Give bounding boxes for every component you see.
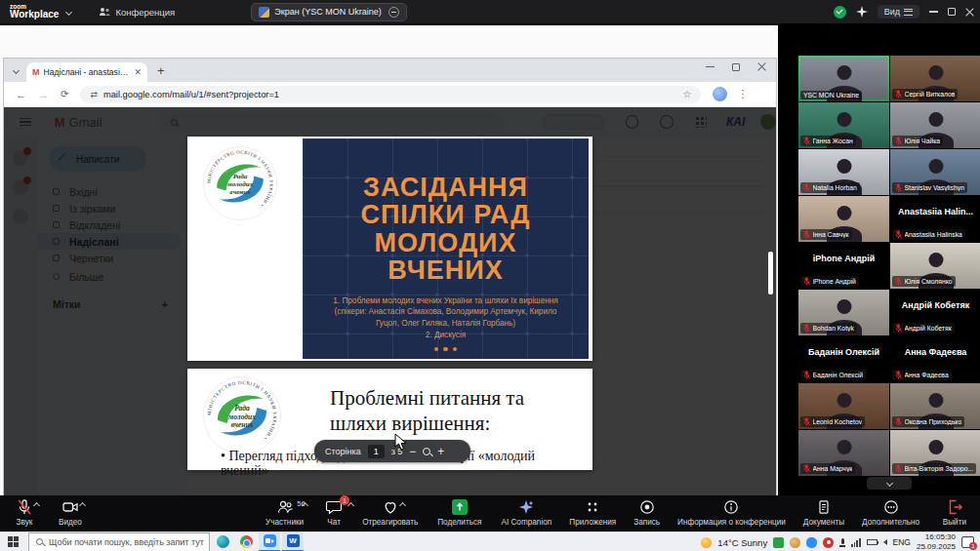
audio-options-icon[interactable] bbox=[33, 502, 40, 509]
toolbar-chat-button[interactable]: 1 Чат bbox=[319, 498, 348, 527]
participant-tile[interactable]: Віта-Вікторія Задоро... bbox=[890, 430, 980, 476]
chat-options-icon[interactable] bbox=[347, 502, 354, 509]
camera-icon bbox=[61, 498, 79, 516]
new-tab-button[interactable]: + bbox=[157, 63, 165, 78]
tray-app-icon[interactable] bbox=[773, 537, 784, 548]
security-shield-icon[interactable] bbox=[834, 6, 846, 19]
taskbar-chrome-icon[interactable] bbox=[235, 532, 257, 551]
participant-tile[interactable]: Анна ФадеєваАнна Фадеєва bbox=[890, 336, 980, 382]
tab-meeting-label: Конференция bbox=[115, 7, 175, 18]
tray-mic-icon[interactable] bbox=[839, 538, 845, 547]
participant-name-tag: Анна Фадеєва bbox=[892, 370, 952, 380]
toolbar-more-button[interactable]: Дополнительно bbox=[856, 498, 925, 527]
participant-tile[interactable]: YSC MON Ukraine bbox=[798, 56, 889, 101]
weather-sun-icon[interactable] bbox=[701, 537, 712, 548]
participant-tile[interactable]: Юлія Смолянко bbox=[890, 243, 980, 289]
taskbar-word-icon[interactable]: W bbox=[282, 532, 304, 551]
tab-search-icon[interactable] bbox=[13, 66, 20, 73]
taskbar-edge-icon[interactable] bbox=[212, 532, 233, 551]
participant-tile[interactable]: Ганна Жосан bbox=[798, 102, 889, 148]
url-bar[interactable]: ⇄ mail.google.com/mail/u/1/#sent?project… bbox=[80, 86, 701, 103]
speaker-icon[interactable] bbox=[883, 539, 887, 545]
toolbar-apps-button[interactable]: Приложения bbox=[563, 498, 622, 527]
participant-tile[interactable]: Bohdan Kotyk bbox=[798, 290, 889, 335]
participant-tile[interactable]: Анна Марчук bbox=[798, 430, 889, 476]
participant-tile[interactable]: iPhone АндрійiPhone Андрій bbox=[798, 243, 889, 289]
site-info-icon[interactable]: ⇄ bbox=[90, 90, 98, 99]
participant-tile[interactable]: Natalia Horban bbox=[798, 149, 889, 195]
participant-name-tag: Сергій Виткалов bbox=[892, 89, 958, 99]
tab-meeting[interactable]: Конференция bbox=[99, 7, 175, 18]
leave-meeting-icon bbox=[947, 499, 962, 515]
toolbar-share-button[interactable]: Поделиться bbox=[431, 498, 487, 527]
network-icon[interactable] bbox=[851, 538, 860, 547]
minimize-share-icon[interactable] bbox=[388, 7, 399, 18]
browser-minimize-button[interactable] bbox=[706, 66, 715, 68]
tray-zoom-icon[interactable] bbox=[806, 537, 817, 548]
language-indicator[interactable]: ENG bbox=[893, 537, 911, 547]
participant-tile[interactable]: Stanislav Vasylishyn bbox=[890, 149, 980, 195]
browser-maximize-button[interactable] bbox=[732, 63, 740, 71]
zoom-out-button[interactable]: − bbox=[409, 446, 416, 457]
apps-icon bbox=[585, 499, 600, 515]
taskbar-search-input[interactable]: Щоби почати пошук, введіть запит тут bbox=[28, 532, 210, 551]
toolbar-participants-button[interactable]: 56 Участники bbox=[260, 498, 309, 527]
react-options-icon[interactable] bbox=[399, 502, 406, 509]
taskbar-clock[interactable]: 16:05:30 25.09.2025 bbox=[917, 532, 956, 551]
participant-tile[interactable]: Leonid Kochetov bbox=[798, 383, 889, 429]
time-text: 16:05:30 bbox=[917, 532, 956, 542]
workspace-dropdown-icon[interactable] bbox=[65, 8, 72, 15]
page-number-input[interactable]: 1 bbox=[368, 445, 385, 458]
zoom-in-button[interactable]: + bbox=[437, 446, 444, 457]
battery-icon[interactable] bbox=[867, 539, 878, 545]
taskbar-zoom-icon[interactable] bbox=[259, 532, 280, 551]
window-minimize-button[interactable] bbox=[929, 11, 938, 13]
participant-name: Оксана Приходько bbox=[905, 418, 962, 425]
zoom-fit-icon[interactable] bbox=[423, 448, 430, 455]
url-text: mail.google.com/mail/u/1/#sent?projector… bbox=[103, 90, 279, 99]
browser-profile-avatar[interactable] bbox=[713, 87, 727, 101]
toolbar-documents-button[interactable]: Документы bbox=[797, 498, 850, 527]
video-options-icon[interactable] bbox=[79, 502, 86, 509]
toolbar-leave-button[interactable]: Выйти bbox=[937, 498, 972, 527]
view-button[interactable]: Вид bbox=[878, 5, 919, 19]
participant-tile[interactable]: Юлія Чайка bbox=[890, 102, 980, 148]
browser-close-button[interactable] bbox=[757, 62, 766, 71]
participant-name-tag: Оксана Приходько bbox=[892, 416, 964, 427]
page-toolbar: Сторінка 1 з 5 − + bbox=[314, 440, 470, 462]
toolbar-meeting-info-button[interactable]: Информация о конференции bbox=[672, 498, 792, 527]
tray-app-icon[interactable] bbox=[790, 537, 800, 548]
panel-scroll-down-button[interactable] bbox=[867, 477, 912, 490]
participant-tile[interactable]: Оксана Приходько bbox=[890, 383, 980, 429]
weather-text[interactable]: 14°C Sunny bbox=[717, 537, 767, 548]
toolbar-ai-companion-button[interactable]: AI Companion bbox=[495, 498, 557, 527]
window-close-button[interactable] bbox=[965, 8, 974, 17]
browser-menu-icon[interactable]: ⋮ bbox=[737, 88, 748, 100]
person-silhouette-head bbox=[837, 65, 851, 80]
participant-tile[interactable]: Андрій КобетякАндрій Кобетяк bbox=[890, 290, 980, 335]
participant-tile[interactable]: Баданін ОлексійБаданін Олексій bbox=[798, 336, 889, 382]
bookmark-star-icon[interactable]: ☆ bbox=[682, 89, 691, 99]
browser-tab[interactable]: M Надіслані - anastasia.simakho ✕ bbox=[26, 62, 147, 82]
participant-tile[interactable]: Сергій Виткалов bbox=[890, 56, 980, 101]
tab-screen-share[interactable]: Экран (YSC MON Ukraine) bbox=[251, 3, 406, 21]
reload-button[interactable]: ⟳ bbox=[61, 89, 68, 99]
window-maximize-button[interactable] bbox=[948, 8, 956, 16]
tab-close-icon[interactable]: ✕ bbox=[134, 67, 142, 77]
toolbar-react-button[interactable]: Отреагировать bbox=[356, 498, 424, 527]
person-silhouette-head bbox=[928, 440, 943, 454]
start-button[interactable] bbox=[8, 536, 19, 547]
participant-tile[interactable]: Інна Савчук bbox=[798, 196, 889, 242]
documents-icon bbox=[816, 499, 832, 515]
ai-sparkle-icon[interactable] bbox=[856, 6, 868, 18]
toolbar-audio-button[interactable]: Звук bbox=[10, 498, 39, 527]
tray-record-icon[interactable] bbox=[823, 537, 834, 548]
participant-tile[interactable]: Anastasiia Halin...Anastasiia Halinska bbox=[890, 196, 980, 242]
toolbar-record-button[interactable]: Запись bbox=[628, 498, 666, 527]
heart-icon bbox=[382, 498, 399, 516]
back-button[interactable]: ← bbox=[16, 89, 26, 100]
forward-button[interactable]: → bbox=[38, 89, 49, 100]
scrollbar-thumb[interactable] bbox=[768, 252, 773, 295]
toolbar-video-button[interactable]: Видео bbox=[53, 498, 88, 527]
notification-center-icon[interactable] bbox=[961, 536, 974, 548]
